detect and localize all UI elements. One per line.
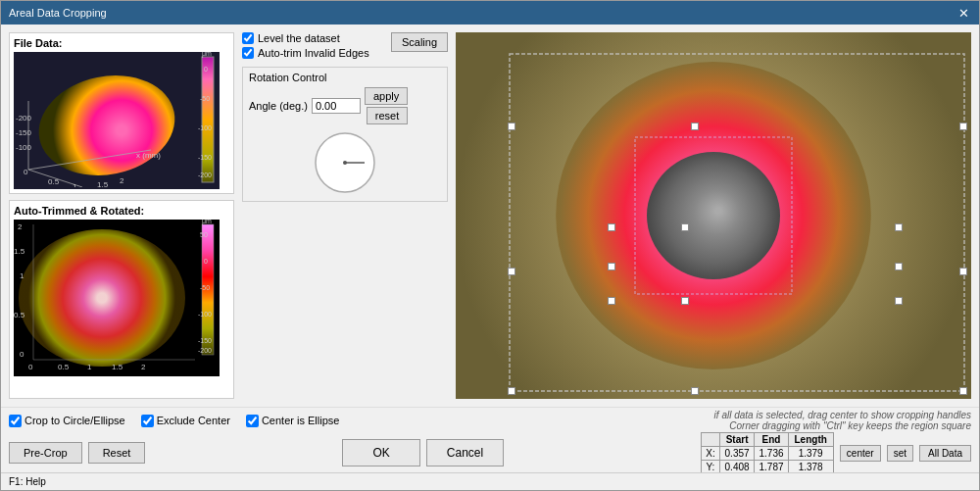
auto-trim-plot [14, 220, 220, 376]
handle-inner-tl[interactable] [608, 223, 615, 231]
center-ellipse-checkbox[interactable] [246, 415, 259, 427]
y-length-val: 1.378 [788, 460, 833, 473]
handle-inner-br[interactable] [895, 297, 903, 305]
angle-row: Angle (deg.) apply reset [249, 87, 441, 124]
coords-length-header: Length [788, 432, 833, 446]
x-label: X: [702, 446, 719, 460]
auto-trim-checkbox[interactable] [242, 47, 254, 59]
handle-ml[interactable] [508, 268, 515, 275]
rotation-control-label: Rotation Control [249, 72, 441, 83]
info-line1: if all data is selected, drag center to … [355, 410, 971, 420]
top-row-options: Level the dataset Auto-trim Invalid Edge… [242, 32, 448, 59]
crop-circle-row: Crop to Circle/Ellipse [9, 415, 125, 427]
reset-button[interactable]: reset [367, 107, 408, 124]
handle-inner-tr[interactable] [895, 223, 903, 231]
x-length-val: 1.379 [788, 446, 833, 460]
auto-trim-row: Auto-trim Invalid Edges [242, 47, 383, 59]
main-window: Areal Data Cropping ✕ File Data: Auto-Tr… [0, 0, 980, 491]
close-button[interactable]: ✕ [956, 5, 971, 21]
left-panel: File Data: Auto-Trimmed & Rotated: [9, 32, 234, 399]
info-line2: Corner dragging with "Ctrl" key keeps th… [355, 420, 971, 431]
handle-br[interactable] [959, 387, 967, 395]
coords-start-header: Start [719, 432, 755, 446]
handle-tr[interactable] [959, 123, 967, 130]
rotation-dial-container [249, 128, 441, 197]
center-button[interactable]: center [840, 445, 881, 462]
center-ellipse-label: Center is Ellipse [262, 415, 339, 426]
svg-point-2 [343, 161, 347, 165]
rotation-dial-icon[interactable] [311, 128, 379, 197]
file-data-label: File Data: [14, 37, 229, 49]
precrop-button[interactable]: Pre-Crop [9, 442, 82, 464]
action-row: Pre-Crop Reset OK Cancel Start End Lengt… [1, 433, 979, 472]
cancel-button[interactable]: Cancel [426, 439, 504, 466]
exclude-center-checkbox[interactable] [141, 415, 154, 427]
x-end-val: 1.736 [755, 446, 788, 460]
checkboxes-options: Level the dataset Auto-trim Invalid Edge… [242, 32, 383, 59]
level-dataset-label: Level the dataset [258, 32, 340, 44]
reset-action-button[interactable]: Reset [88, 442, 146, 464]
rotation-group: Rotation Control Angle (deg.) apply rese… [242, 67, 448, 202]
help-text: F1: Help [9, 476, 46, 487]
coords-header-empty [702, 432, 719, 446]
handle-inner-bc[interactable] [681, 297, 689, 305]
file-data-plot [14, 52, 220, 189]
x-coords-row: X: 0.357 1.736 1.379 [702, 446, 834, 460]
window-title: Areal Data Cropping [9, 7, 107, 19]
handle-bl[interactable] [508, 387, 515, 395]
main-plot-area[interactable] [456, 32, 971, 399]
y-label: Y: [702, 460, 719, 473]
handle-mr[interactable] [959, 268, 967, 275]
level-dataset-checkbox[interactable] [242, 32, 254, 44]
handle-inner-mr[interactable] [895, 263, 903, 270]
crop-circle-checkbox[interactable] [9, 415, 22, 427]
set-button[interactable]: set [887, 445, 913, 462]
handle-inner-tc[interactable] [681, 223, 689, 231]
level-dataset-row: Level the dataset [242, 32, 383, 44]
main-plot-canvas[interactable] [456, 32, 971, 399]
coords-table: Start End Length X: 0.357 1.736 1.379 Y:… [701, 432, 834, 474]
angle-input[interactable] [312, 98, 361, 114]
ok-button[interactable]: OK [342, 439, 419, 466]
coords-end-header: End [755, 432, 788, 446]
scaling-wrapper: Scaling [391, 32, 448, 52]
exclude-center-label: Exclude Center [157, 415, 230, 426]
status-bar: F1: Help [1, 472, 979, 490]
right-options-panel: Level the dataset Auto-trim Invalid Edge… [242, 32, 448, 399]
apply-button[interactable]: apply [365, 87, 408, 105]
scaling-button[interactable]: Scaling [391, 32, 448, 52]
handle-inner-ml[interactable] [608, 263, 615, 270]
handle-bc[interactable] [691, 387, 699, 395]
angle-label: Angle (deg.) [249, 100, 308, 112]
x-start-val: 0.357 [719, 446, 755, 460]
auto-trim-edges-label: Auto-trim Invalid Edges [258, 47, 369, 59]
auto-trim-label: Auto-Trimmed & Rotated: [14, 205, 229, 217]
y-coords-row: Y: 0.408 1.787 1.378 [702, 460, 834, 473]
y-end-val: 1.787 [755, 460, 788, 473]
exclude-center-row: Exclude Center [141, 415, 230, 427]
handle-inner-bl[interactable] [608, 297, 615, 305]
title-bar: Areal Data Cropping ✕ [1, 1, 979, 25]
2d-plot-canvas [14, 220, 220, 374]
3d-plot-canvas [14, 52, 220, 187]
center-ellipse-row: Center is Ellipse [246, 415, 339, 427]
handle-tc[interactable] [691, 123, 699, 130]
coords-panel: Start End Length X: 0.357 1.736 1.379 Y:… [701, 432, 971, 474]
crop-circle-label: Crop to Circle/Ellipse [24, 415, 125, 426]
file-data-section: File Data: [9, 32, 234, 194]
alldata-button[interactable]: All Data [919, 445, 971, 462]
info-text-container: if all data is selected, drag center to … [355, 410, 971, 431]
auto-trim-section: Auto-Trimmed & Rotated: [9, 200, 234, 399]
y-start-val: 0.408 [719, 460, 755, 473]
main-content: File Data: Auto-Trimmed & Rotated: L [1, 25, 979, 407]
bottom-checkboxes-row: Crop to Circle/Ellipse Exclude Center Ce… [1, 407, 979, 433]
handle-tl[interactable] [508, 123, 515, 130]
